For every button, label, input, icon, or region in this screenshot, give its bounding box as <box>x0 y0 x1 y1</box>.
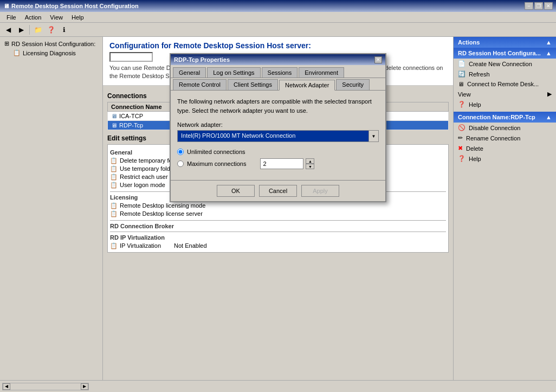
session-header-label: RD Session Host Configura... <box>458 50 541 56</box>
tree-item-label: RD Session Host Configuration: <box>11 41 95 47</box>
spinner-down-button[interactable]: ▼ <box>306 164 314 169</box>
rename-icon: ✏ <box>458 134 463 142</box>
connection-header: Connection Name:RDP-Tcp ▲ <box>454 112 556 123</box>
minimize-button[interactable]: − <box>525 2 533 10</box>
network-adapter-select[interactable]: Intel(R) PRO/1000 MT Network Connection <box>177 130 369 142</box>
restore-button[interactable]: ❐ <box>534 2 543 10</box>
connect-remote-label: Connect to Remote Desk... <box>467 81 539 87</box>
action-create-connection[interactable]: 📄 Create New Connection <box>454 59 556 69</box>
menu-bar: File Action View Help <box>0 12 556 23</box>
toolbar: ◀ ▶ 📁 ❓ ℹ <box>0 23 556 37</box>
action-disable-connection[interactable]: 🚫 Disable Connection <box>454 123 556 133</box>
dialog-tabs-row2: Remote Control Client Settings Network A… <box>171 78 385 90</box>
tab-logon-settings[interactable]: Log on Settings <box>207 67 260 78</box>
ok-button[interactable]: OK <box>217 185 255 197</box>
tree-item-root[interactable]: ⊞ RD Session Host Configuration: <box>2 39 100 48</box>
rdp-properties-dialog: RDP-Tcp Properties ✕ General Log on Sett… <box>170 53 386 202</box>
dialog-tabs-row1: General Log on Settings Sessions Environ… <box>171 65 385 78</box>
main-layout: ⊞ RD Session Host Configuration: 📋 Licen… <box>0 37 556 380</box>
action-help-connection[interactable]: ❓ Help <box>454 153 556 164</box>
radio-maximum-row: Maximum connections ▲ ▼ <box>177 158 379 169</box>
connection-header-icon: ▲ <box>546 114 552 120</box>
status-scrollbar[interactable]: ◀ ▶ <box>2 383 89 390</box>
tree-expand-icon: ⊞ <box>4 40 9 47</box>
radio-maximum-label: Maximum connections <box>187 160 246 167</box>
actions-header-icon: ▲ <box>546 39 552 46</box>
actions-header: Actions ▲ <box>454 37 556 48</box>
title-bar-text: Remote Desktop Session Host Configuratio… <box>11 3 139 9</box>
help-connection-icon: ❓ <box>458 155 466 162</box>
connect-remote-icon: 🖥 <box>458 81 464 87</box>
tab-security[interactable]: Security <box>336 79 370 90</box>
tree-item-licensing-label: Licensing Diagnosis <box>23 50 76 56</box>
network-adapter-value: Intel(R) PRO/1000 MT Network Connection <box>181 132 295 139</box>
dialog-content: The following network adapters are compa… <box>171 90 385 180</box>
apply-button[interactable]: Apply <box>301 185 339 197</box>
scroll-track[interactable] <box>10 383 81 390</box>
tab-sessions[interactable]: Sessions <box>262 67 298 78</box>
session-header-icon: ▲ <box>546 50 552 56</box>
tab-client-settings[interactable]: Client Settings <box>228 79 278 90</box>
radio-unlimited[interactable] <box>177 149 184 155</box>
action-rename-connection[interactable]: ✏ Rename Connection <box>454 133 556 143</box>
radio-unlimited-label: Unlimited connections <box>187 149 245 155</box>
help-button[interactable]: ❓ <box>45 24 57 35</box>
network-adapter-select-row: Intel(R) PRO/1000 MT Network Connection … <box>177 130 379 142</box>
scroll-right-btn[interactable]: ▶ <box>81 383 88 390</box>
menu-file[interactable]: File <box>2 13 21 22</box>
left-panel: ⊞ RD Session Host Configuration: 📋 Licen… <box>0 37 103 380</box>
help-session-label: Help <box>469 101 481 108</box>
session-header: RD Session Host Configura... ▲ <box>454 48 556 59</box>
action-refresh[interactable]: 🔄 Refresh <box>454 69 556 79</box>
view-label: View <box>458 91 471 98</box>
network-adapter-dropdown-btn[interactable]: ▼ <box>369 130 379 142</box>
create-connection-icon: 📄 <box>458 60 466 67</box>
action-view[interactable]: View ▶ <box>454 89 556 99</box>
dialog-overlay: RDP-Tcp Properties ✕ General Log on Sett… <box>103 37 453 380</box>
network-adapter-label: Network adapter: <box>177 121 379 128</box>
cancel-button[interactable]: Cancel <box>259 185 297 197</box>
forward-button[interactable]: ▶ <box>15 24 27 35</box>
action-delete[interactable]: ✖ Delete <box>454 143 556 153</box>
tab-environment[interactable]: Environment <box>299 67 344 78</box>
tree-item-licensing[interactable]: 📋 Licensing Diagnosis <box>2 48 100 57</box>
tab-remote-control[interactable]: Remote Control <box>173 79 227 90</box>
spinner-buttons: ▲ ▼ <box>306 158 314 169</box>
create-connection-label: Create New Connection <box>469 61 532 67</box>
spinner-up-button[interactable]: ▲ <box>306 158 314 164</box>
dialog-description: The following network adapters are compa… <box>177 97 379 115</box>
toolbar-separator <box>29 25 30 35</box>
folder-button[interactable]: 📁 <box>32 24 44 35</box>
spinner-row: ▲ ▼ <box>260 158 314 169</box>
actions-header-label: Actions <box>458 39 480 46</box>
menu-action[interactable]: Action <box>21 13 46 22</box>
scroll-left-btn[interactable]: ◀ <box>3 383 10 390</box>
dialog-footer: OK Cancel Apply <box>171 180 385 201</box>
app-icon: 🖥 <box>3 3 9 9</box>
disable-label: Disable Connection <box>469 125 520 131</box>
delete-icon: ✖ <box>458 145 463 152</box>
help-connection-label: Help <box>469 156 481 162</box>
menu-help[interactable]: Help <box>67 13 88 22</box>
back-button[interactable]: ◀ <box>2 24 14 35</box>
disable-icon: 🚫 <box>458 124 466 131</box>
tab-general[interactable]: General <box>173 67 206 78</box>
dialog-title-bar: RDP-Tcp Properties ✕ <box>171 54 385 65</box>
info-button[interactable]: ℹ <box>58 24 70 35</box>
menu-view[interactable]: View <box>46 13 67 22</box>
connection-header-label: Connection Name:RDP-Tcp <box>458 114 535 120</box>
rename-label: Rename Connection <box>466 135 520 142</box>
right-panel: Actions ▲ RD Session Host Configura... ▲… <box>453 37 556 380</box>
max-connections-input[interactable] <box>260 158 303 169</box>
dialog-close-button[interactable]: ✕ <box>374 56 382 63</box>
center-panel: Configuration for Remote Desktop Session… <box>103 37 453 380</box>
radio-group: Unlimited connections Maximum connection… <box>177 149 379 169</box>
delete-label: Delete <box>466 145 483 152</box>
status-bar: ◀ ▶ <box>0 380 556 392</box>
tree-leaf-icon: 📋 <box>13 49 21 56</box>
close-button[interactable]: ✕ <box>544 2 553 10</box>
tab-network-adapter[interactable]: Network Adapter <box>279 80 335 91</box>
radio-maximum[interactable] <box>177 160 184 167</box>
action-connect-remote[interactable]: 🖥 Connect to Remote Desk... <box>454 79 556 89</box>
action-help-session[interactable]: ❓ Help <box>454 99 556 110</box>
